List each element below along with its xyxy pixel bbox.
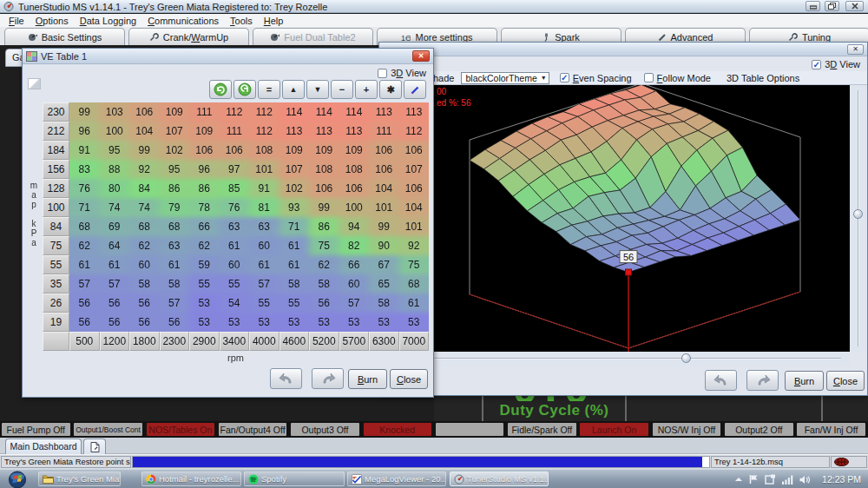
- ve-cell[interactable]: 61: [249, 255, 279, 274]
- ve-cell[interactable]: 56: [69, 313, 100, 332]
- ve-cell[interactable]: 53: [220, 313, 250, 332]
- ve-cell[interactable]: 112: [399, 122, 430, 141]
- ve-cell[interactable]: 109: [160, 102, 190, 122]
- ve-cell[interactable]: 82: [339, 236, 370, 255]
- ve-cell[interactable]: 106: [189, 141, 220, 160]
- table-redo-button[interactable]: [233, 80, 256, 99]
- vpn-window-icon[interactable]: [765, 474, 776, 485]
- ve-cell[interactable]: 79: [160, 198, 190, 217]
- ve-cell[interactable]: 83: [69, 160, 100, 179]
- menu-help[interactable]: Help: [264, 16, 284, 26]
- burn-button[interactable]: Burn: [348, 369, 387, 389]
- action-center-flag-icon[interactable]: [749, 474, 759, 485]
- indicator-output2-off[interactable]: Output2 Off: [725, 423, 793, 436]
- ve-cell[interactable]: 102: [160, 141, 190, 160]
- ve-cell[interactable]: 58: [309, 274, 339, 293]
- ve-cell[interactable]: 68: [69, 217, 100, 236]
- ve-cell[interactable]: 99: [309, 198, 339, 217]
- ve-cell[interactable]: 113: [339, 122, 370, 141]
- ve-3d-plot[interactable]: 56 00 ed %: 56: [380, 85, 852, 352]
- table-minus-button[interactable]: −: [331, 80, 353, 99]
- table-increment-button[interactable]: ▲: [282, 80, 305, 99]
- ve-cell[interactable]: 102: [279, 179, 310, 198]
- tray-expand-icon[interactable]: [734, 476, 743, 483]
- tab-fuel-dual-table2[interactable]: Fuel Dual Table2: [253, 28, 373, 45]
- ve-cell[interactable]: 65: [369, 274, 399, 293]
- indicator-fan-output4-off[interactable]: Fan/Output4 Off: [219, 423, 287, 436]
- ve-cell[interactable]: 113: [309, 122, 339, 141]
- ve-cell[interactable]: 109: [339, 141, 370, 160]
- ve-cell[interactable]: 78: [189, 198, 220, 217]
- ve-cell[interactable]: 58: [129, 274, 160, 293]
- ve-cell[interactable]: 61: [399, 293, 430, 313]
- ve-cell[interactable]: 56: [100, 313, 130, 332]
- ve-cell[interactable]: 61: [279, 255, 310, 274]
- ve-cell[interactable]: 75: [399, 255, 430, 274]
- ve-cell[interactable]: 68: [129, 217, 160, 236]
- ve-cell[interactable]: 53: [369, 313, 399, 332]
- ve-cell[interactable]: 60: [339, 274, 370, 293]
- ve-cell[interactable]: 57: [249, 274, 279, 293]
- ve-cell[interactable]: 112: [249, 102, 279, 122]
- ve-cell[interactable]: 74: [129, 198, 160, 217]
- menu-data-logging[interactable]: Data Logging: [80, 16, 136, 26]
- ve-cell[interactable]: 85: [220, 179, 250, 198]
- ve-cell[interactable]: 104: [399, 198, 430, 217]
- dialog-redo-button[interactable]: [312, 368, 344, 389]
- clock[interactable]: 12:23 PM: [822, 474, 861, 485]
- ve-cell[interactable]: 62: [69, 236, 100, 255]
- ve-cell[interactable]: 56: [69, 293, 100, 313]
- ve-dialog-close-button[interactable]: ✕: [412, 50, 430, 62]
- w3-redo-button[interactable]: [746, 370, 779, 391]
- ve-cell[interactable]: 101: [399, 217, 430, 236]
- ve-cell[interactable]: 107: [160, 122, 190, 141]
- vslider-thumb[interactable]: [853, 209, 863, 219]
- ve-cell[interactable]: 101: [369, 198, 399, 217]
- ve-cell[interactable]: 53: [309, 313, 339, 332]
- ve-cell[interactable]: 92: [129, 160, 160, 179]
- ve-cell[interactable]: 53: [399, 313, 430, 332]
- ve-cell[interactable]: 106: [129, 102, 160, 122]
- ve-cell[interactable]: 56: [129, 293, 160, 313]
- ve-cell[interactable]: 113: [279, 122, 310, 141]
- ve-cell[interactable]: 76: [220, 198, 250, 217]
- ve-cell[interactable]: 108: [249, 141, 279, 160]
- ve-cell[interactable]: 55: [279, 293, 310, 313]
- ve-cell[interactable]: 109: [189, 122, 220, 141]
- ve-cell[interactable]: 53: [189, 293, 220, 313]
- ve-cell[interactable]: 101: [249, 160, 279, 179]
- ve-3d-close-button[interactable]: ✕: [847, 44, 864, 55]
- ve-cell[interactable]: 104: [129, 122, 160, 141]
- view-3d-toggle[interactable]: 3D View: [378, 68, 426, 78]
- dialog-close-button[interactable]: Close: [390, 369, 428, 389]
- ve-cell[interactable]: 61: [220, 236, 250, 255]
- menu-communications[interactable]: Communications: [148, 16, 219, 26]
- view-3d-checkbox-checked[interactable]: [812, 60, 821, 69]
- ve-cell[interactable]: 60: [249, 236, 279, 255]
- ve-cell[interactable]: 53: [249, 313, 279, 332]
- ve-cell[interactable]: 66: [339, 255, 370, 274]
- ve-cell[interactable]: 106: [369, 141, 399, 160]
- ve-cell[interactable]: 106: [220, 141, 250, 160]
- ve-cell[interactable]: 56: [309, 293, 339, 313]
- ve-cell[interactable]: 88: [100, 160, 130, 179]
- ve-cell[interactable]: 112: [220, 102, 250, 122]
- follow-mode-checkbox[interactable]: [644, 73, 654, 82]
- ve-cell[interactable]: 63: [249, 217, 279, 236]
- ve-cell[interactable]: 66: [189, 217, 220, 236]
- w3-undo-button[interactable]: [705, 370, 737, 391]
- ve-cell[interactable]: 58: [369, 293, 399, 313]
- ve-cell[interactable]: 108: [339, 160, 370, 179]
- ve-cell-values[interactable]: 9910310610911111211211411411411311396100…: [69, 102, 429, 332]
- ve-cell[interactable]: 57: [100, 274, 130, 293]
- taskbar-chrome[interactable]: Hotmail - treyrozelle...: [141, 472, 241, 486]
- indicator-output3-off[interactable]: Output3 Off: [291, 423, 359, 436]
- ve-cell[interactable]: 99: [69, 102, 100, 122]
- ve-cell[interactable]: 104: [369, 179, 399, 198]
- ve-cell[interactable]: 94: [339, 217, 370, 236]
- ve-cell[interactable]: 100: [100, 122, 130, 141]
- menu-tools[interactable]: Tools: [230, 16, 253, 26]
- ve-cell[interactable]: 63: [220, 217, 250, 236]
- even-spacing-checkbox[interactable]: [560, 73, 569, 82]
- start-button[interactable]: [3, 471, 31, 488]
